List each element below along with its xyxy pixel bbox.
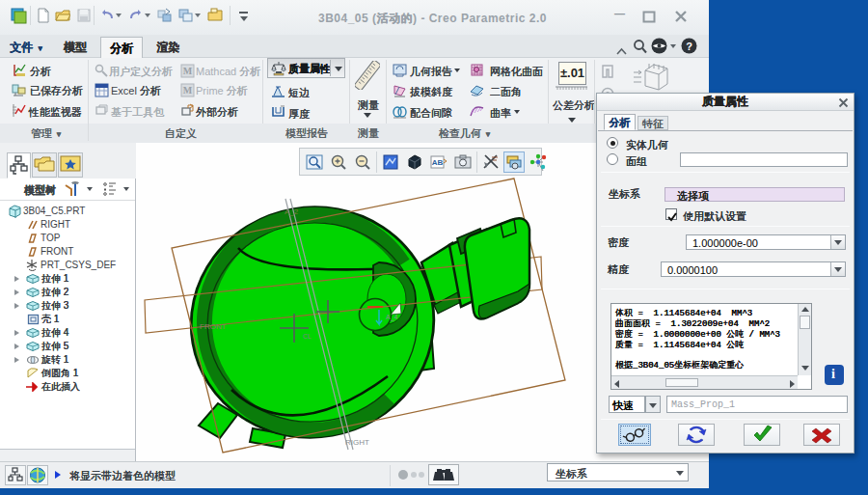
svg-text:M: M [183, 85, 193, 96]
svg-text:RIGHT: RIGHT [345, 438, 369, 447]
svg-text:A_2: A_2 [285, 207, 299, 216]
svg-text:CL: CL [303, 333, 312, 340]
svg-text:?: ? [686, 41, 692, 52]
svg-text:A_4: A_4 [386, 314, 398, 321]
svg-text:M: M [183, 66, 193, 76]
svg-text:FRONT: FRONT [200, 322, 227, 331]
svg-text:AB: AB [432, 158, 444, 167]
